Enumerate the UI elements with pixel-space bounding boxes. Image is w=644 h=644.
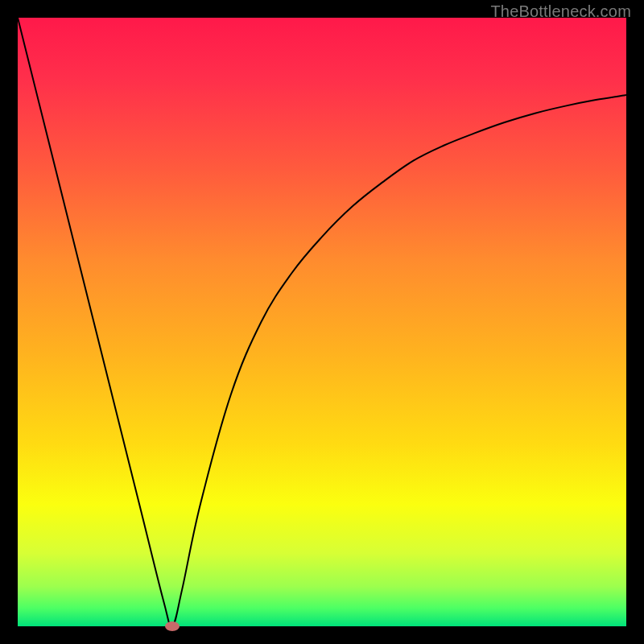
minimum-marker	[165, 621, 180, 631]
bottleneck-curve	[18, 18, 626, 626]
watermark: TheBottleneck.com	[490, 2, 631, 21]
